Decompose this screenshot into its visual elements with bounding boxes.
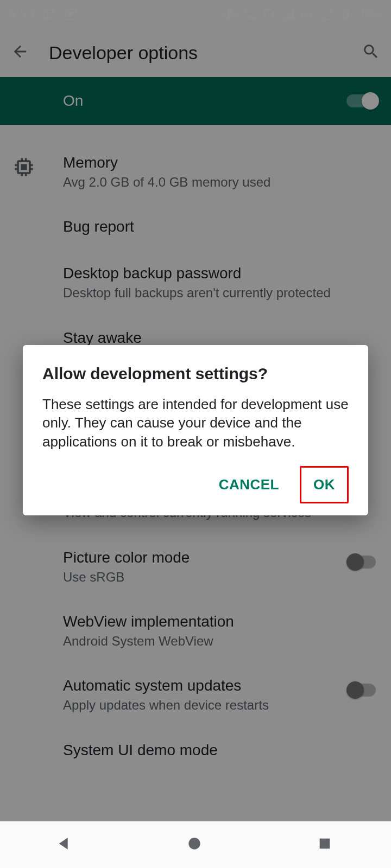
dialog-title: Allow development settings?	[42, 365, 349, 383]
nav-back-button[interactable]	[55, 835, 75, 854]
system-nav-bar	[0, 821, 391, 868]
nav-home-button[interactable]	[186, 835, 205, 854]
dialog-body: These settings are intended for developm…	[42, 395, 349, 451]
dialog-actions: CANCEL OK	[42, 466, 349, 503]
svg-point-1	[188, 838, 200, 849]
cancel-button[interactable]: CANCEL	[209, 469, 289, 501]
nav-recent-button[interactable]	[316, 835, 336, 854]
svg-rect-2	[320, 839, 330, 849]
ok-highlight: OK	[300, 466, 349, 503]
allow-development-dialog: Allow development settings? These settin…	[23, 345, 368, 515]
ok-button[interactable]: OK	[304, 471, 345, 499]
